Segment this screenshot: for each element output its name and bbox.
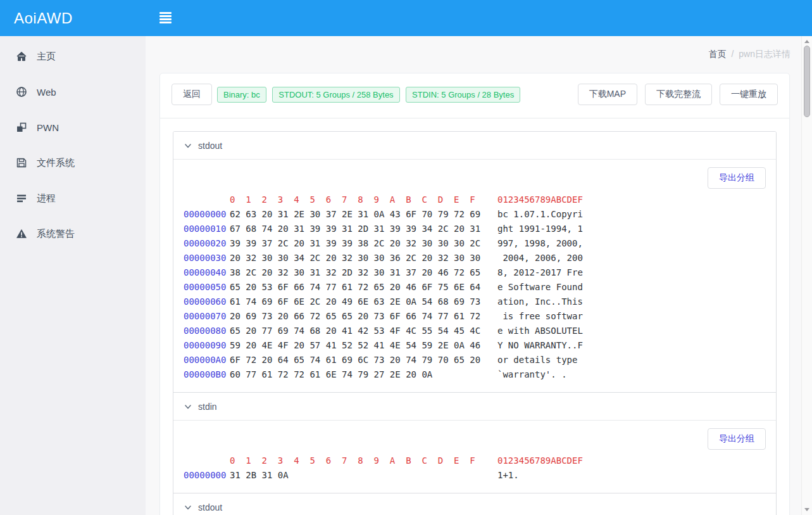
sidebar-item-label: 主页 xyxy=(37,51,56,63)
hexdump-row: 0000006061 74 69 6F 6E 2C 20 49 6E 63 2E… xyxy=(184,295,766,309)
hexdump-row: 0000001067 68 74 20 31 39 39 31 2D 31 39… xyxy=(184,222,766,236)
action-buttons: 下载MAP 下载完整流 一键重放 xyxy=(578,84,778,105)
hexdump-row: 0000002039 39 37 2C 20 31 39 39 38 2C 20… xyxy=(184,236,766,251)
chevron-down-icon xyxy=(184,141,192,150)
pwn-log-detail-card: 返回 Binary: bc STDOUT: 5 Groups / 258 Byt… xyxy=(159,73,790,515)
scrollbar-thumb[interactable] xyxy=(804,46,810,117)
hexdump: 000000000 1 2 3 4 5 6 7 8 9 A B C D E F0… xyxy=(184,193,766,382)
download-map-button[interactable]: 下载MAP xyxy=(578,84,637,105)
page-scrollbar[interactable] xyxy=(801,36,812,515)
badge-group: Binary: bc STDOUT: 5 Groups / 258 Bytes … xyxy=(212,87,520,103)
hex-offset: 00000070 xyxy=(184,309,230,324)
clone-icon xyxy=(16,122,27,133)
hex-offset: 00000010 xyxy=(184,222,230,236)
hex-bytes: 65 20 53 6F 66 74 77 61 72 65 20 46 6F 7… xyxy=(230,280,497,295)
status-badge: Binary: bc xyxy=(217,87,266,103)
collapse-title: stdin xyxy=(198,402,217,412)
hex-ascii: 8, 2012-2017 Fre xyxy=(497,267,583,277)
hexdump-column-header: 000000000 1 2 3 4 5 6 7 8 9 A B C D E F0… xyxy=(184,454,766,468)
hexdump-row: 0000008065 20 77 69 74 68 20 41 42 53 4F… xyxy=(184,324,766,338)
chevron-down-icon xyxy=(184,402,192,411)
hex-ascii: is free softwar xyxy=(497,311,583,321)
hex-bytes: 61 74 69 6F 6E 2C 20 49 6E 63 2E 0A 54 6… xyxy=(230,295,497,309)
export-group-button[interactable]: 导出分组 xyxy=(708,428,766,450)
sidebar-nav: 主页 Web PWN 文件系统 进程 系统警告 xyxy=(0,36,146,251)
app-logo: AoiAWD xyxy=(0,0,146,36)
hex-offset: 00000040 xyxy=(184,265,230,280)
hexdump-row: 0000000031 2B 31 0A1+1. xyxy=(184,468,766,483)
hex-ascii: ation, Inc..This xyxy=(497,296,583,307)
hex-bytes: 31 2B 31 0A xyxy=(230,468,497,483)
sidebar-item-alerts[interactable]: 系统警告 xyxy=(0,216,146,251)
hex-offset: 000000B0 xyxy=(184,367,230,382)
hex-ascii: 997, 1998, 2000, xyxy=(497,238,583,248)
hexdump-column-header: 000000000 1 2 3 4 5 6 7 8 9 A B C D E F0… xyxy=(184,193,766,207)
collapse-title: stdout xyxy=(198,141,222,151)
hex-ascii: bc 1.07.1.Copyri xyxy=(497,209,583,219)
sidebar: AoiAWD 主页 Web PWN 文件系统 进程 系统警告 xyxy=(0,0,146,515)
sidebar-item-label: 系统警告 xyxy=(37,228,75,240)
collapse-header[interactable]: stdout xyxy=(173,132,776,160)
replay-button[interactable]: 一键重放 xyxy=(720,84,778,105)
hexdump-row: 0000000062 63 20 31 2E 30 37 2E 31 0A 43… xyxy=(184,207,766,222)
hex-bytes: 20 69 73 20 66 72 65 65 20 73 6F 66 74 7… xyxy=(230,309,497,324)
hex-ascii: e with ABSOLUTEL xyxy=(497,326,583,336)
toolbar: 返回 Binary: bc STDOUT: 5 Groups / 258 Byt… xyxy=(160,73,789,118)
back-button[interactable]: 返回 xyxy=(172,84,212,105)
floppy-icon xyxy=(16,157,27,168)
sidebar-item-filesystem[interactable]: 文件系统 xyxy=(0,145,146,181)
hex-bytes: 60 77 61 72 72 61 6E 74 79 27 2E 20 0A xyxy=(230,367,497,382)
sidebar-item-process[interactable]: 进程 xyxy=(0,181,146,216)
collapse-header[interactable]: stdout xyxy=(173,493,776,515)
hex-ascii: ght 1991-1994, 1 xyxy=(497,224,583,234)
hex-ascii: 1+1. xyxy=(497,470,519,480)
hex-bytes: 59 20 4E 4F 20 57 41 52 52 41 4E 54 59 2… xyxy=(230,338,497,353)
hex-ascii: or details type xyxy=(497,355,583,365)
stream-section-stdout-2: stdout xyxy=(173,493,776,515)
collapse-body: 导出分组 000000000 1 2 3 4 5 6 7 8 9 A B C D… xyxy=(173,421,776,493)
scroll-up-icon[interactable] xyxy=(804,40,809,43)
collapse-body: 导出分组 000000000 1 2 3 4 5 6 7 8 9 A B C D… xyxy=(173,160,776,392)
sidebar-item-pwn[interactable]: PWN xyxy=(0,110,146,145)
warning-icon xyxy=(16,228,27,239)
hex-ascii: Y NO WARRANTY..F xyxy=(497,340,583,350)
hex-offset: 00000000 xyxy=(184,468,230,483)
hex-offset: 00000000 xyxy=(184,207,230,222)
download-full-stream-button[interactable]: 下载完整流 xyxy=(645,84,712,105)
breadcrumb-home[interactable]: 首页 xyxy=(708,49,726,59)
sidebar-item-label: PWN xyxy=(37,122,59,133)
hex-ascii: 2004, 2006, 200 xyxy=(497,253,583,263)
scroll-down-icon[interactable] xyxy=(804,508,809,511)
process-icon xyxy=(16,193,27,204)
sidebar-item-label: 进程 xyxy=(37,193,56,205)
hexdump-row: 0000007020 69 73 20 66 72 65 65 20 73 6F… xyxy=(184,309,766,324)
sidebar-item-home[interactable]: 主页 xyxy=(0,39,146,74)
hexdump-row: 0000009059 20 4E 4F 20 57 41 52 52 41 4E… xyxy=(184,338,766,353)
export-group-button[interactable]: 导出分组 xyxy=(708,167,766,189)
stream-section-stdin-1: stdin 导出分组 000000000 1 2 3 4 5 6 7 8 9 A… xyxy=(173,392,776,493)
hex-offset: 00000030 xyxy=(184,251,230,265)
hexdump-row: 0000004038 2C 20 32 30 31 32 2D 32 30 31… xyxy=(184,265,766,280)
collapse-header[interactable]: stdin xyxy=(173,393,776,421)
hexdump: 000000000 1 2 3 4 5 6 7 8 9 A B C D E F0… xyxy=(184,454,766,483)
main-content: 首页/pwn日志详情 返回 Binary: bc STDOUT: 5 Group… xyxy=(146,36,801,515)
hex-offset: 00000090 xyxy=(184,338,230,353)
sidebar-item-label: 文件系统 xyxy=(37,157,75,169)
hexdump-row: 000000B060 77 61 72 72 61 6E 74 79 27 2E… xyxy=(184,367,766,382)
hex-offset: 000000A0 xyxy=(184,353,230,367)
breadcrumb-separator: / xyxy=(731,49,734,59)
hex-bytes: 62 63 20 31 2E 30 37 2E 31 0A 43 6F 70 7… xyxy=(230,207,497,222)
hex-bytes: 38 2C 20 32 30 31 32 2D 32 30 31 37 20 4… xyxy=(230,265,497,280)
breadcrumb-current: pwn日志详情 xyxy=(739,49,790,59)
hex-offset: 00000080 xyxy=(184,324,230,338)
hex-offset: 00000050 xyxy=(184,280,230,295)
hexdump-row: 0000005065 20 53 6F 66 74 77 61 72 65 20… xyxy=(184,280,766,295)
hex-ascii: `warranty'. . xyxy=(497,369,567,379)
sidebar-item-label: Web xyxy=(37,87,56,98)
chevron-down-icon xyxy=(184,503,192,512)
breadcrumb: 首页/pwn日志详情 xyxy=(708,49,790,60)
hexdump-row: 000000A06F 72 20 64 65 74 61 69 6C 73 20… xyxy=(184,353,766,367)
sidebar-item-web[interactable]: Web xyxy=(0,74,146,110)
menu-icon[interactable] xyxy=(159,12,172,25)
hex-offset: 00000060 xyxy=(184,295,230,309)
